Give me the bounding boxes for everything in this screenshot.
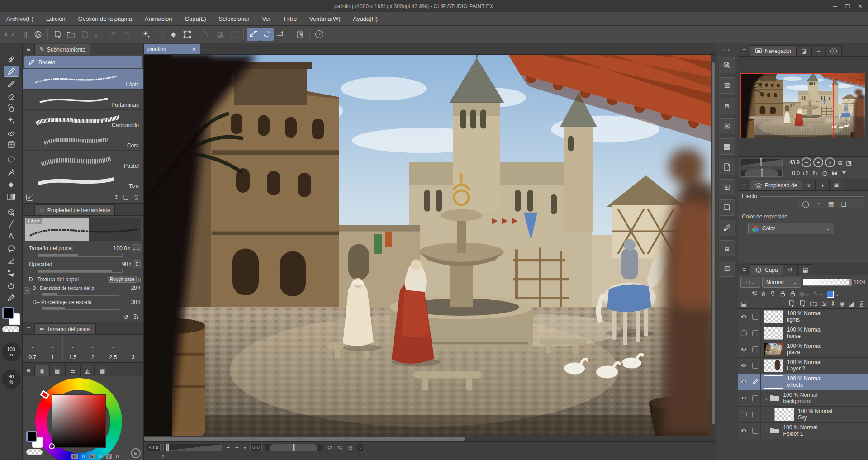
clip-below-icon[interactable]	[751, 290, 758, 297]
size-preset[interactable]: 2	[83, 335, 104, 362]
visibility-eye-icon[interactable]	[738, 407, 749, 422]
snap-to-special-ruler-button[interactable]	[260, 28, 274, 41]
tab-color-history[interactable]: ▦	[95, 365, 110, 376]
new-file-button[interactable]	[51, 28, 64, 41]
spinner-icon[interactable]: ▲▼	[138, 300, 141, 304]
navigator-menu-icon[interactable]: ≡	[738, 47, 750, 56]
tool-gradient[interactable]	[4, 191, 19, 202]
brush-cera[interactable]: Cera	[23, 130, 143, 151]
delete-subtool-icon[interactable]	[133, 194, 140, 201]
canvas-horizontal-scrollbar[interactable]	[144, 436, 716, 441]
snap-to-grid-button[interactable]	[274, 28, 287, 41]
tab-navegador[interactable]: Navegador	[750, 45, 797, 56]
subtool-group-boceto[interactable]: Boceto	[24, 56, 142, 68]
layer-checkbox[interactable]	[749, 423, 761, 439]
size-preset[interactable]: 0.7	[23, 335, 43, 362]
tab-capa[interactable]: Capa	[750, 264, 783, 275]
layer-row-background[interactable]: ⌄ 100 % Normalbackground	[738, 390, 868, 407]
menu-capa[interactable]: Capa(L)	[179, 15, 213, 22]
layer-row-folder1[interactable]: ⌄ 100 % NormalFolder 1	[738, 423, 868, 439]
tab-history[interactable]: ↺	[783, 264, 798, 275]
effect-extract-lines-icon[interactable]: ❏	[838, 200, 849, 208]
rotate-reset-icon[interactable]: ⊙	[346, 444, 354, 451]
panel-transparent-color[interactable]	[26, 449, 43, 455]
layer-thumbnail[interactable]	[764, 359, 783, 372]
close-button[interactable]: ✕	[858, 3, 863, 9]
zoom-fit-icon[interactable]: ▪	[243, 444, 248, 451]
layer-name[interactable]: plaza	[787, 349, 800, 356]
layer-checkbox[interactable]	[749, 325, 761, 341]
layer-palette-dropdown[interactable]: ▢ ⌄	[740, 277, 760, 288]
clip-studio-logo-button[interactable]	[31, 28, 45, 41]
snap-to-ruler-button[interactable]	[247, 28, 260, 41]
visibility-eye-icon[interactable]	[738, 325, 749, 341]
new-vector-layer-icon[interactable]	[799, 300, 806, 307]
apply-mask-icon[interactable]: ◪	[849, 300, 854, 307]
nav-flip-icon[interactable]: ⧉	[837, 159, 843, 166]
tool-operation[interactable]	[4, 206, 19, 218]
undo-button[interactable]: ↶	[107, 28, 120, 41]
zoom-slider[interactable]	[163, 444, 222, 451]
layer-thumbnail[interactable]	[764, 310, 783, 323]
spinner-icon[interactable]: ▲▼	[129, 262, 132, 266]
brush-lapiz[interactable]: Lápiz	[23, 69, 143, 90]
open-file-button[interactable]	[64, 28, 78, 41]
layer-name[interactable]: effects	[787, 382, 803, 388]
spinner-icon[interactable]: ▲▼	[138, 286, 141, 290]
selection-border-button[interactable]	[227, 28, 241, 41]
new-raster-layer-icon[interactable]	[788, 300, 795, 307]
dock-delete-button[interactable]: ⊠	[719, 118, 735, 134]
combine-to-lower-icon[interactable]: ⇓	[830, 300, 836, 307]
layer-thumbnail[interactable]	[764, 375, 783, 389]
tool-object-select[interactable]	[4, 267, 19, 279]
clear-selection-button[interactable]: ╲	[200, 28, 213, 41]
layer-panel-menu-icon[interactable]: ≡	[738, 266, 750, 275]
menu-ayuda[interactable]: Ayuda(H)	[347, 15, 384, 22]
reset-property-icon[interactable]: ↺	[123, 313, 128, 321]
menu-ver[interactable]: Ver	[256, 15, 277, 22]
effect-halftone-icon[interactable]: ▦	[825, 200, 837, 208]
dock-clear-layer-button[interactable]: ⊠	[719, 77, 735, 94]
delete-texture-icon[interactable]: ▯	[138, 276, 141, 283]
tool-line[interactable]: ╱	[4, 218, 19, 230]
nav-zoom-out-icon[interactable]: −	[802, 157, 811, 167]
tool-balloon[interactable]	[4, 243, 19, 254]
paper-texture-button[interactable]: Rough pape	[108, 276, 137, 283]
tool-ruler[interactable]	[4, 255, 19, 266]
tab-frames[interactable]: ▣	[829, 180, 844, 190]
layer-name[interactable]: horse	[787, 333, 801, 339]
brush-pastel[interactable]: Pastel	[23, 151, 143, 171]
visibility-eye-icon[interactable]	[738, 390, 749, 406]
layer-property-menu-icon[interactable]: ≡	[738, 181, 750, 190]
tool-palette-menu-icon[interactable]: ≡	[9, 43, 13, 53]
collapse-status-icon[interactable]: ‹	[357, 444, 363, 451]
opacity-dynamics-button[interactable]: ↧	[133, 260, 141, 268]
draft-layer-icon[interactable]: ✎⌄	[813, 290, 824, 297]
dock-back-icon[interactable]: ‹	[723, 47, 725, 53]
tab-propiedad-herramienta[interactable]: ⚌ Propiedad de herramienta	[34, 204, 115, 215]
panel-main-color[interactable]	[26, 431, 37, 442]
rotation-slider[interactable]	[265, 444, 323, 451]
dock-camera-button[interactable]: ⧇	[719, 240, 735, 256]
property-value[interactable]: 30	[131, 299, 137, 305]
menu-ventana[interactable]: Ventana(W)	[303, 15, 347, 22]
menu-archivo[interactable]: Archivo(F)	[0, 15, 40, 22]
property-value[interactable]: 90	[122, 261, 128, 267]
layer-row-lights[interactable]: 100 % Normallights	[738, 309, 868, 325]
tool-pen[interactable]	[4, 53, 19, 65]
layer-thumbnail[interactable]	[764, 327, 783, 340]
rotation-value-box[interactable]: 0.0	[250, 444, 261, 451]
zoom-in-icon[interactable]: +	[234, 444, 240, 451]
tab-color-set[interactable]: ▤	[49, 365, 65, 376]
effect-tone-icon[interactable]: ◔	[812, 200, 824, 208]
deselect-button[interactable]	[140, 28, 153, 41]
show-all-checkbox[interactable]: ✓	[26, 194, 33, 201]
canvas-vertical-scrollbar[interactable]	[711, 55, 716, 436]
folder-expand-icon[interactable]: ⌄	[764, 428, 768, 433]
layer-mask-icon[interactable]: ◉	[840, 300, 845, 307]
expression-color-dropdown[interactable]: Color ⌄	[748, 223, 834, 234]
tab-layer-search[interactable]: ⩔	[802, 180, 815, 190]
tab-item-bank[interactable]: ◒	[812, 45, 825, 56]
expand-status-icon[interactable]: «	[160, 455, 166, 458]
layer-checkbox[interactable]	[749, 390, 761, 406]
